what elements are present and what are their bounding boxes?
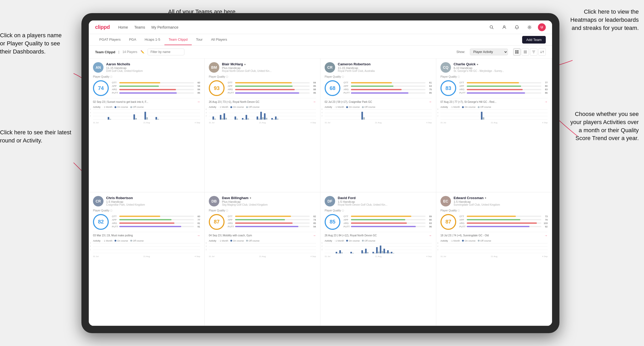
activity-label: Activity xyxy=(209,239,216,242)
off-course-dot xyxy=(130,106,132,108)
nav-home[interactable]: Home xyxy=(118,25,128,29)
round-arrow-icon[interactable]: → xyxy=(429,100,432,104)
chart-bar-group xyxy=(365,249,368,253)
player-name[interactable]: Edward Crossman xyxy=(454,196,484,200)
stat-bar-row: APP 85 xyxy=(228,85,316,87)
legend-off-course: Off course xyxy=(130,239,144,242)
tab-hcaps[interactable]: Hcaps 1-5 xyxy=(141,34,164,45)
player-card[interactable]: DF David Ford 1-5 Handicap Royal North D… xyxy=(320,192,436,326)
chart-dates: 31 Jul 21 Aug 4 Sep xyxy=(209,121,316,124)
bell-icon-btn[interactable] xyxy=(513,23,521,31)
player-handicap: 1-5 Handicap xyxy=(454,200,548,203)
player-handicap: 11-15 Handicap xyxy=(338,66,432,70)
tab-tour[interactable]: Tour xyxy=(192,34,207,45)
quality-circle[interactable]: 83 xyxy=(440,80,456,96)
round-arrow-icon[interactable]: → xyxy=(313,100,316,104)
last-round: 02 Sep 23 | Sunset round to get back int… xyxy=(93,98,200,104)
off-course-dot xyxy=(246,106,248,108)
show-select[interactable]: Player Activity Quality Score Trend xyxy=(470,49,508,55)
player-name[interactable]: David Ford xyxy=(338,196,356,200)
quality-label: Player Quality ⓘ xyxy=(209,209,316,212)
list-view-btn[interactable] xyxy=(522,48,529,56)
player-name[interactable]: Chris Robertson xyxy=(106,196,133,200)
legend-on-course: On course xyxy=(115,239,128,242)
profile-icon-btn[interactable] xyxy=(500,23,508,31)
quality-circle[interactable]: 68 xyxy=(325,80,340,96)
last-round-text: 03 Mar 23 | 19, Must make putting xyxy=(93,234,197,237)
chart-bar-on xyxy=(264,113,266,120)
bar-fill xyxy=(235,92,299,94)
quality-circle[interactable]: 82 xyxy=(93,214,109,230)
chart-bar-off xyxy=(146,117,148,120)
quality-circle[interactable]: 93 xyxy=(209,80,225,96)
chart-area: 6 4 2 xyxy=(209,109,316,124)
grid-view-btn[interactable] xyxy=(513,48,521,56)
quality-section: 85 OTT 89 APP 80 ARG 83 xyxy=(325,214,432,230)
chart-bar-group xyxy=(391,252,394,253)
player-name[interactable]: Cameron Robertson xyxy=(338,62,371,66)
quality-circle[interactable]: 87 xyxy=(440,214,456,230)
tab-all-players[interactable]: All Players xyxy=(207,34,231,45)
chart-bar-group xyxy=(133,114,137,120)
settings-icon-btn[interactable] xyxy=(525,23,534,31)
round-arrow-icon[interactable]: → xyxy=(197,100,200,104)
search-icon xyxy=(490,25,494,29)
round-arrow-icon[interactable]: → xyxy=(313,234,316,237)
player-card[interactable]: AN Aaron Nicholls 11-15 Handicap Drift G… xyxy=(89,58,205,192)
quality-circle[interactable]: 87 xyxy=(209,214,225,230)
tab-pga[interactable]: PGA xyxy=(125,34,140,45)
player-card[interactable]: CR Chris Robertson 1-5 Handicap Craigmil… xyxy=(89,192,205,326)
activity-period: · 1 Month xyxy=(103,239,113,242)
player-avatar: BM xyxy=(209,62,219,73)
on-course-dot xyxy=(115,240,116,242)
player-club: Sunningdale Golf Club, United Kingdom xyxy=(454,203,548,206)
add-team-button[interactable]: Add Team xyxy=(522,36,546,44)
nav-teams[interactable]: Teams xyxy=(134,25,145,29)
chart-area: 6 4 2 31 Jul 21 Aug 4 Sep xyxy=(93,243,200,258)
bar-fill xyxy=(119,82,160,83)
chart-bar-off xyxy=(222,118,223,120)
round-arrow-icon[interactable]: → xyxy=(429,234,432,237)
stat-bar-row: ARG 85 xyxy=(228,222,316,225)
player-avatar: EC xyxy=(440,196,451,206)
activity-section: Activity · 1 Month On course Off course … xyxy=(440,106,548,124)
bar-track xyxy=(235,86,310,87)
legend-off-course: Off course xyxy=(246,106,259,108)
player-name[interactable]: Blair McHarg xyxy=(222,62,243,66)
chart-bar-on xyxy=(133,114,135,120)
tab-pgat[interactable]: PGAT Players xyxy=(95,34,125,45)
sort-btn[interactable] xyxy=(538,48,546,56)
quality-circle[interactable]: 74 xyxy=(93,80,109,96)
round-arrow-icon[interactable]: → xyxy=(544,234,548,237)
user-avatar[interactable]: U xyxy=(538,23,546,31)
player-name[interactable]: Charlie Quick xyxy=(454,62,476,66)
player-card[interactable]: CQ Charlie Quick ● 6-10 Handicap St. Geo… xyxy=(436,58,552,192)
player-card[interactable]: DB Dave Billingham ● Plus Handicap Skg M… xyxy=(205,192,320,326)
bar-track xyxy=(119,222,194,224)
filter-btn[interactable] xyxy=(530,48,537,56)
navbar: clippd Home Teams My Performance xyxy=(89,20,552,34)
search-icon-btn[interactable] xyxy=(487,23,496,31)
filter-input[interactable] xyxy=(148,49,184,55)
quality-score: 87 xyxy=(214,219,220,225)
quality-circle[interactable]: 85 xyxy=(325,214,340,230)
tab-team-clippd[interactable]: Team Clippd xyxy=(164,34,192,45)
edit-icon[interactable]: ✏️ xyxy=(141,50,144,54)
chart-dates: 31 Jul 21 Aug 4 Sep xyxy=(440,121,548,124)
player-handicap: 6-10 Handicap xyxy=(454,66,548,70)
player-card[interactable]: BM Blair McHarg ● Plus Handicap Royal No… xyxy=(205,58,320,192)
player-card-header: DB Dave Billingham ● Plus Handicap Skg M… xyxy=(209,196,316,206)
player-name[interactable]: Dave Billingham xyxy=(222,196,248,200)
player-name[interactable]: Aaron Nicholls xyxy=(106,62,130,66)
chart-bar-off xyxy=(382,251,383,253)
chart-grid: 6 4 2 xyxy=(93,243,200,253)
player-card[interactable]: EC Edward Crossman ● 1-5 Handicap Sunnin… xyxy=(436,192,552,326)
round-arrow-icon[interactable]: → xyxy=(197,234,200,237)
on-course-dot xyxy=(230,240,232,242)
player-card[interactable]: CR Cameron Robertson 11-15 Handicap Roya… xyxy=(320,58,436,192)
player-card-header: EC Edward Crossman ● 1-5 Handicap Sunnin… xyxy=(440,196,548,206)
round-arrow-icon[interactable]: → xyxy=(544,100,548,104)
chart-bar-group xyxy=(155,117,159,120)
nav-my-performance[interactable]: My Performance xyxy=(151,25,178,29)
quality-section: 93 OTT 84 APP 85 ARG 88 xyxy=(209,80,316,96)
